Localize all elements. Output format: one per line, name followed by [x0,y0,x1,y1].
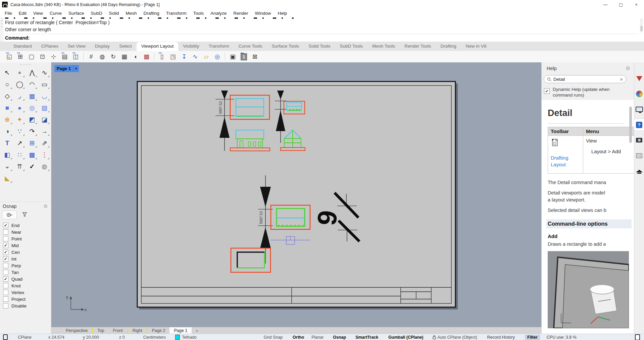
new-layout-icon[interactable]: ▯ [157,52,167,61]
display-monitor-icon[interactable] [635,105,643,113]
network-surface-tool[interactable]: ▨ [38,102,51,114]
viewport-title[interactable]: Page 1 [54,65,73,72]
shaded-view-icon[interactable]: ◍ [97,52,107,61]
viewport-tab-perspective[interactable]: Perspective [61,327,92,334]
menu-analyze[interactable]: Analyze [207,11,230,16]
layout-details-icon[interactable]: ◳ [168,52,178,61]
menu-drafting[interactable]: Drafting [140,11,162,16]
viewport-tab-front[interactable]: Front [108,327,127,334]
palette-drag-handle[interactable] [0,62,51,67]
viewport-title-menu[interactable]: Page 1 ▼ [54,65,79,72]
command-scrollbar[interactable] [640,18,643,33]
status-toggle-filter[interactable]: Filter [525,335,540,340]
maximize-button[interactable]: ▢ [613,0,629,9]
point-tool[interactable]: ∘ [13,67,26,78]
arc-tool[interactable]: ◠ [26,78,38,90]
menu-transform[interactable]: Transform [163,11,190,16]
menu-curve[interactable]: Curve [46,11,65,16]
checkbox[interactable] [3,283,8,288]
libraries-grid-icon[interactable] [635,152,643,160]
ribbon-tab-select[interactable]: Select [114,42,137,51]
ribbon-tab-cplanes[interactable]: CPlanes [37,42,63,51]
move-tool[interactable]: ↗ [13,137,26,149]
gear-icon[interactable]: ⚙ [43,204,48,209]
ribbon-tab-render-tools[interactable]: Render Tools [400,42,436,51]
learn-cap-icon[interactable] [635,167,643,175]
checkbox[interactable] [3,263,8,268]
status-z-coordinate[interactable]: z 0 [119,335,125,340]
osnap-option-knot[interactable]: Knot [3,282,51,289]
status-toggle-smarttrack[interactable]: SmartTrack [355,335,378,340]
split-viewport-vertical-icon[interactable]: ◫ [70,52,81,61]
control-point-curve-tool[interactable]: ⋀ [26,67,38,78]
help-tab-icon[interactable]: ? [635,121,643,129]
four-viewports-icon[interactable]: ⊞ [15,52,26,61]
layers-color-wheel-icon[interactable] [635,90,643,98]
drafting-layout-link[interactable]: Layout [551,162,580,167]
grid-options-icon[interactable]: ▦ [119,52,130,61]
osnap-snaps-tab[interactable] [2,211,17,219]
osnap-option-quad[interactable]: ✓Quad [3,276,51,282]
status-toggle-auto-cplane-object-[interactable]: Auto CPlane (Object) [433,335,477,340]
ribbon-tab-new-in-v8[interactable]: New in V8 [461,42,491,51]
layout-canvas[interactable]: 5997.53 [51,62,541,327]
print-icon[interactable]: ▣ [228,52,238,61]
osnap-option-int[interactable]: ✓Int [3,256,51,262]
fillet-corner-tool[interactable]: ◞ [13,90,26,102]
menu-edit[interactable]: Edit [15,11,30,16]
menu-file[interactable]: File [1,11,15,16]
menu-mesh[interactable]: Mesh [122,11,140,16]
dynamic-help-checkbox[interactable]: ✓ [544,88,550,94]
command-input[interactable]: Command: [4,34,639,42]
checkbox[interactable]: ✓ [3,256,8,262]
layout-viewport[interactable]: Page 1 ▼ [51,62,541,327]
menu-solid[interactable]: Solid [105,11,122,16]
snapshots-camera-icon[interactable] [635,136,643,144]
point-column-tool[interactable]: ⋮ [38,149,51,161]
layer-color-swatch[interactable] [175,335,180,340]
checkbox[interactable] [3,290,8,295]
checkbox[interactable] [3,229,8,235]
viewport-tab-top[interactable]: Top [93,327,108,334]
sweep-surface-tool[interactable]: ◡ [38,90,51,102]
split-tool[interactable]: ◪ [38,114,51,125]
help-search-input[interactable]: Detail × [544,75,626,83]
ellipse-tool[interactable]: ◯ [13,78,26,90]
panel-toggle-icon[interactable] [3,334,8,340]
status-toggle-ortho[interactable]: Ortho [293,335,304,340]
circle-tool[interactable]: ○ [1,78,13,90]
status-toggle-grid-snap[interactable]: Grid Snap [264,335,283,340]
status-toggle-osnap[interactable]: Osnap [333,335,346,340]
osnap-option-point[interactable]: Point [3,235,51,242]
ribbon-tab-subd-tools[interactable]: SubD Tools [335,42,367,51]
drape-points-tool[interactable]: ∷ [13,149,26,161]
osnap-option-cen[interactable]: ✓Cen [3,249,51,256]
menu-subd[interactable]: SubD [88,11,106,16]
status-toggle-record-history[interactable]: Record History [487,335,515,340]
checkbox[interactable]: ✓ [3,249,8,255]
array-tool[interactable]: ⊞ [26,137,38,149]
page-number-icon[interactable]: 1 [239,52,249,61]
plot-spool-icon[interactable]: ◎ [212,52,222,61]
viewport-tab-right[interactable]: Right [128,327,147,334]
checkbox[interactable] [3,296,8,302]
ribbon-tab-mesh-tools[interactable]: Mesh Tools [367,42,400,51]
raise-points-tool[interactable]: ⇈ [13,161,26,172]
osnap-option-near[interactable]: Near [3,229,51,235]
osnap-option-perp[interactable]: Perp [3,262,51,269]
sphere-tool[interactable]: ● [13,102,26,114]
maximized-viewport-icon[interactable]: ▢ [26,52,37,61]
checkbox[interactable]: ✓ [3,243,8,248]
pan-viewport-icon[interactable]: ⊹ [48,52,59,61]
lock-detail-icon[interactable]: ⊠ [250,52,260,61]
osnap-option-vertex[interactable]: Vertex [3,289,51,296]
current-layer-name[interactable]: Telhado [182,335,197,340]
split-viewport-horizontal-icon[interactable]: ◱ [4,52,14,61]
point-cloud-tool[interactable]: ∵ [13,125,26,137]
viewport-tab-page-1[interactable]: Page 1 [169,327,192,334]
trim-tool[interactable]: ◩ [26,114,38,125]
status-units[interactable]: Centimeters [143,335,166,340]
ribbon-tab-drafting[interactable]: Drafting [436,42,461,51]
surface-from-points-tool[interactable]: ▦ [26,90,38,102]
polygon-tool[interactable]: ◇ [1,90,13,102]
